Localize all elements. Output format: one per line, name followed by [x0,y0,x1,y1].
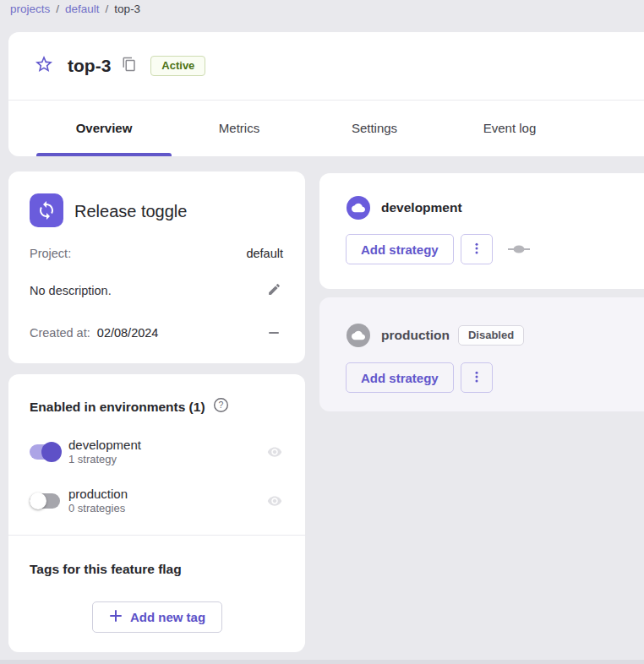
bottom-edge-strip [0,660,644,664]
tab-bar: Overview Metrics Settings Event log [36,100,577,156]
environment-strategy-count: 1 strategy [68,453,141,466]
svg-text:?: ? [218,400,223,410]
help-icon[interactable]: ? [213,397,229,416]
breadcrumb-link-projects[interactable]: projects [10,3,50,15]
kebab-icon [469,241,484,259]
project-label: Project: [30,247,71,260]
environment-menu-button[interactable] [461,234,493,264]
toggle-thumb [30,493,46,509]
release-toggle-icon [30,193,63,227]
feature-details-card: Release toggle Project: default No descr… [8,171,305,363]
breadcrumb: projects / default / top-3 [10,3,140,15]
environment-panel-production: production Disabled Add strategy [319,297,644,411]
development-toggle[interactable] [30,442,60,462]
panel-actions: Add strategy [346,362,493,393]
minus-icon [269,332,279,335]
page-title: top-3 [68,56,111,76]
environment-panel-name: production [381,328,450,343]
add-new-tag-button[interactable]: Add new tag [92,601,222,633]
environments-title: Enabled in environments (1) [30,400,205,415]
production-toggle[interactable] [30,491,60,511]
tab-settings[interactable]: Settings [307,100,442,156]
environment-panel-development: development Add strategy [319,173,644,289]
collapse-details-button[interactable] [265,324,283,342]
environments-heading: Enabled in environments (1) ? [30,397,229,416]
environment-name: development [68,438,141,453]
disabled-badge: Disabled [458,325,524,346]
project-row: Project: default [30,247,283,260]
toggle-thumb [41,442,62,462]
copy-icon [122,57,137,75]
add-new-tag-label: Add new tag [130,610,205,624]
environment-row-production: production 0 strategies [30,482,282,520]
feature-header-card: top-3 Active Overview Metrics Settings E… [8,32,644,156]
environments-card: Enabled in environments (1) ? developmen… [8,374,305,652]
created-value: 02/08/2024 [97,326,159,340]
strategy-connector-icon [508,242,530,257]
cloud-icon [347,324,370,347]
tab-metrics[interactable]: Metrics [172,100,307,156]
description-row: No description. [30,281,283,300]
environment-panel-name: development [381,200,462,215]
panel-header: development [347,196,462,220]
environment-name: production [68,487,128,502]
status-badge: Active [150,56,205,76]
panel-actions: Add strategy [346,234,530,264]
tab-overview[interactable]: Overview [36,100,172,156]
breadcrumb-separator: / [106,3,109,15]
tab-event-log[interactable]: Event log [442,100,577,156]
kebab-icon [469,369,484,387]
star-icon [34,54,54,78]
favorite-button[interactable] [34,56,54,76]
project-value: default [246,247,283,260]
plus-icon [109,609,123,625]
environment-strategy-count: 0 strategies [68,502,128,515]
edit-description-button[interactable] [265,281,283,300]
eye-icon[interactable] [267,493,282,509]
feature-type-label: Release toggle [74,202,187,221]
created-label: Created at: [30,326,90,340]
panel-header: production Disabled [347,324,524,347]
environment-row-development: development 1 strategy [30,433,282,471]
eye-icon[interactable] [267,444,282,460]
copy-name-button[interactable] [121,57,138,74]
add-strategy-button[interactable]: Add strategy [346,234,454,264]
add-strategy-button[interactable]: Add strategy [346,362,454,393]
breadcrumb-separator: / [56,3,59,15]
environment-menu-button[interactable] [461,362,493,393]
cloud-icon [347,196,370,220]
breadcrumb-current: top-3 [114,3,140,15]
created-row: Created at: 02/08/2024 [30,324,283,342]
description-text: No description. [30,284,112,297]
pencil-icon [267,282,281,299]
card-divider [8,535,305,536]
tags-title: Tags for this feature flag [30,562,182,577]
feature-title-row: top-3 Active [8,32,644,100]
breadcrumb-link-default[interactable]: default [65,3,100,15]
